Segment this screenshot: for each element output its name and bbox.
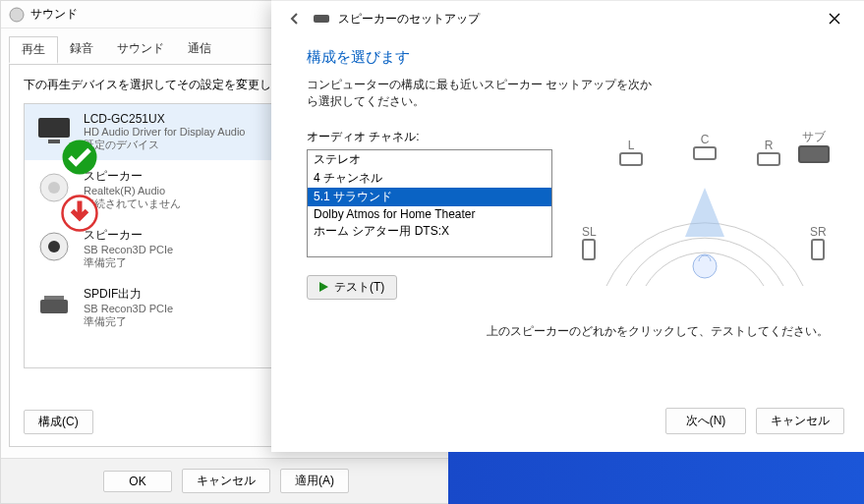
spdif-icon [34,286,74,325]
cancel-button[interactable]: キャンセル [182,469,270,493]
close-icon [829,13,840,25]
audio-channel-list[interactable]: ステレオ 4 チャンネル 5.1 サラウンド Dolby Atmos for H… [307,149,552,257]
wizard-explain: コンピューターの構成に最も近いスピーカー セットアップを次か ら選択してください… [307,77,829,111]
wizard-left: オーディオ チャネル: ステレオ 4 チャンネル 5.1 サラウンド Dolby… [307,129,552,306]
sound-footer: OK キャンセル 適用(A) [1,458,451,503]
play-icon [319,282,328,292]
speaker-l[interactable]: L [619,139,643,166]
close-button[interactable] [815,5,854,32]
dialog-title: サウンド [30,6,78,23]
arrow-left-icon [288,12,302,26]
svg-rect-2 [48,140,60,143]
tab-recording[interactable]: 録音 [58,36,105,64]
tab-communications[interactable]: 通信 [176,36,223,64]
test-button[interactable]: テスト(T) [307,275,397,300]
monitor-icon [34,112,74,151]
back-button[interactable] [281,5,309,32]
wizard-body: 構成を選びます コンピューターの構成に最も近いスピーカー セットアップを次か ら… [271,36,864,306]
speaker-diagram: L C R サブ SL SR [580,129,829,306]
spk-label: C [701,133,710,146]
explain-line: ら選択してください。 [307,94,425,108]
speaker-sub[interactable]: サブ [798,129,830,163]
svg-point-0 [10,8,24,22]
device-status: 準備完了 [84,255,173,270]
wizard-title-text: スピーカーのセットアップ [338,11,480,28]
device-name: LCD-GC251UX [84,112,245,126]
wizard-columns: オーディオ チャネル: ステレオ 4 チャンネル 5.1 サラウンド Dolby… [307,129,829,306]
speaker-setup-wizard: スピーカーのセットアップ 構成を選びます コンピューターの構成に最も近いスピーカ… [271,0,864,452]
explain-line: コンピューターの構成に最も近いスピーカー セットアップを次か [307,78,652,91]
channel-option[interactable]: ホーム シアター用 DTS:X [308,222,551,241]
device-labels: LCD-GC251UX HD Audio Driver for Display … [84,112,245,152]
svg-rect-10 [44,296,64,300]
speaker-sl[interactable]: SL [582,225,597,260]
apply-button[interactable]: 適用(A) [280,469,349,493]
speaker-sr[interactable]: SR [810,225,827,260]
svg-rect-11 [314,15,329,23]
spk-label: L [628,139,635,152]
desktop-background [448,452,864,504]
sound-icon [9,7,25,23]
test-label: テスト(T) [334,279,384,296]
speaker-icon [34,168,74,207]
device-labels: スピーカー SB Recon3D PCIe 準備完了 [84,227,173,270]
speaker-r[interactable]: R [757,139,780,166]
spk-label: サブ [802,129,826,145]
next-button[interactable]: 次へ(N) [665,408,746,434]
configure-button[interactable]: 構成(C) [24,410,93,434]
wizard-titlebar: スピーカーのセットアップ [271,1,864,36]
spk-label: SR [810,225,827,239]
device-status: 準備完了 [84,314,173,329]
device-status: 既定のデバイス [84,138,245,152]
channel-option[interactable]: 5.1 サラウンド [308,188,551,206]
svg-point-8 [48,241,60,252]
wizard-hint: 上のスピーカーのどれかをクリックして、テストしてください。 [271,306,864,340]
channel-option[interactable]: ステレオ [308,150,551,169]
wizard-heading: 構成を選びます [307,48,829,67]
tab-playback[interactable]: 再生 [9,36,58,64]
device-labels: SPDIF出力 SB Recon3D PCIe 準備完了 [84,286,173,329]
channels-label: オーディオ チャネル: [307,129,552,145]
svg-rect-1 [38,118,70,138]
down-badge-icon [60,194,76,209]
tab-sounds[interactable]: サウンド [105,36,176,64]
device-driver: HD Audio Driver for Display Audio [84,126,245,138]
speaker-icon [34,227,74,266]
device-name: SPDIF出力 [84,286,173,303]
device-driver: SB Recon3D PCIe [84,244,173,255]
wizard-title: スピーカーのセットアップ [313,11,480,28]
sub-box-icon [798,145,830,163]
spk-label: SL [582,225,597,239]
wizard-cancel-button[interactable]: キャンセル [756,408,844,434]
channel-option[interactable]: Dolby Atmos for Home Theater [308,206,551,222]
speaker-icon [313,12,330,26]
device-driver: SB Recon3D PCIe [84,303,173,314]
ok-button[interactable]: OK [103,471,172,492]
channel-option[interactable]: 4 チャンネル [308,169,551,188]
ok-badge-icon [60,138,76,153]
svg-point-12 [693,254,717,278]
spk-label: R [765,139,774,152]
svg-rect-9 [40,300,68,313]
test-row: テスト(T) [307,275,552,300]
svg-point-5 [48,182,60,194]
speaker-c[interactable]: C [693,133,717,160]
wizard-footer: 次へ(N) キャンセル [665,408,844,434]
